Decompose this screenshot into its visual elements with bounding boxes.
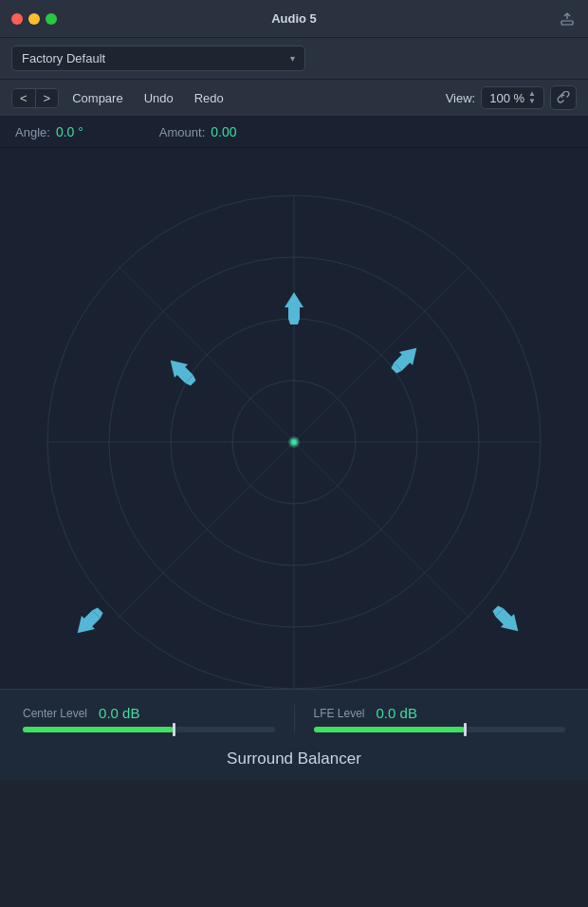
undo-button[interactable]: Undo	[137, 88, 181, 108]
app-name-row: Surround Balancer	[23, 740, 565, 772]
center-level-header: Center Level 0.0 dB	[23, 705, 275, 721]
svg-point-13	[292, 440, 297, 445]
lfe-level-label: LFE Level	[314, 707, 365, 720]
preset-row: Factory Default ▾	[0, 38, 588, 80]
center-level-slider[interactable]	[23, 727, 275, 732]
params-row: Angle: 0.0 ° Amount: 0.00	[0, 117, 588, 148]
zoom-control[interactable]: 100 % ▲ ▼	[481, 86, 544, 109]
preset-dropdown[interactable]: Factory Default ▾	[11, 46, 305, 71]
visualizer[interactable]	[0, 148, 588, 689]
lfe-level-thumb[interactable]	[464, 723, 467, 736]
amount-param: Amount: 0.00	[159, 124, 237, 139]
redo-button[interactable]: Redo	[187, 88, 231, 108]
lfe-level-fill	[314, 727, 465, 732]
app-name: Surround Balancer	[227, 750, 361, 768]
zoom-arrows: ▲ ▼	[528, 90, 536, 105]
toolbar: < > Compare Undo Redo View: 100 % ▲ ▼	[0, 80, 588, 117]
lfe-level-header: LFE Level 0.0 dB	[314, 705, 566, 721]
center-level-thumb[interactable]	[173, 723, 175, 736]
angle-param: Angle: 0.0 °	[15, 124, 83, 139]
svg-marker-15	[288, 319, 300, 324]
zoom-value: 100 %	[489, 91, 524, 105]
lfe-level-group: LFE Level 0.0 dB	[314, 705, 566, 732]
lfe-level-value: 0.0 dB	[377, 705, 417, 721]
levels-divider	[294, 705, 295, 732]
angle-value: 0.0 °	[56, 124, 83, 139]
maximize-button[interactable]	[46, 13, 57, 25]
center-level-fill	[23, 727, 174, 732]
close-button[interactable]	[11, 13, 23, 25]
export-button[interactable]	[558, 9, 577, 28]
center-level-group: Center Level 0.0 dB	[23, 705, 275, 732]
nav-buttons: < >	[11, 88, 59, 108]
traffic-lights	[11, 13, 57, 25]
window-title: Audio 5	[271, 11, 317, 26]
view-label: View:	[446, 91, 476, 105]
next-button[interactable]: >	[36, 89, 59, 107]
center-level-value: 0.0 dB	[99, 705, 139, 721]
dropdown-arrow-icon: ▾	[290, 53, 295, 64]
compare-button[interactable]: Compare	[64, 88, 130, 108]
link-button[interactable]	[550, 85, 577, 110]
polar-display	[0, 148, 588, 689]
preset-label: Factory Default	[22, 51, 105, 65]
amount-label: Amount:	[159, 125, 205, 139]
lfe-level-slider[interactable]	[314, 727, 566, 732]
minimize-button[interactable]	[28, 13, 40, 25]
amount-value: 0.00	[211, 124, 236, 139]
center-level-label: Center Level	[23, 707, 87, 720]
prev-button[interactable]: <	[12, 89, 36, 107]
bottom-panel: Center Level 0.0 dB LFE Level 0.0 dB Sur…	[0, 689, 588, 780]
titlebar: Audio 5	[0, 0, 588, 38]
levels-row: Center Level 0.0 dB LFE Level 0.0 dB	[23, 705, 565, 732]
svg-rect-0	[561, 21, 573, 25]
angle-label: Angle:	[15, 125, 50, 139]
